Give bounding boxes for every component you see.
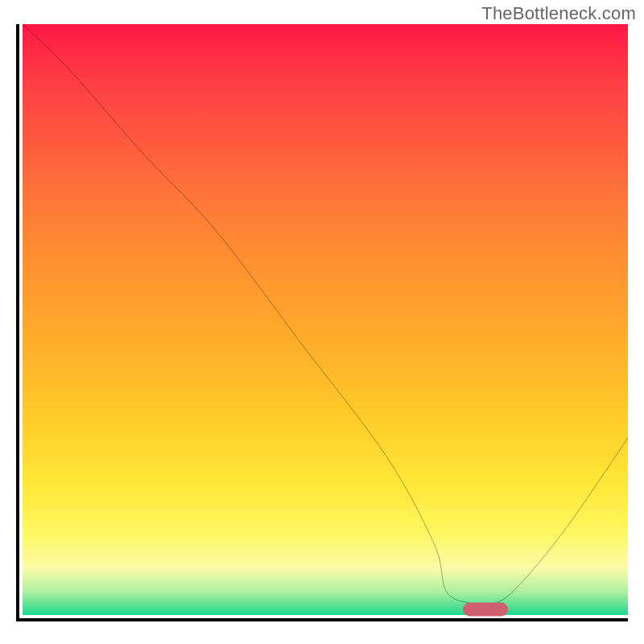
curve-svg xyxy=(23,24,628,615)
data-curve xyxy=(23,24,628,605)
plot-frame xyxy=(16,24,628,621)
target-marker xyxy=(463,602,508,616)
watermark-text: TheBottleneck.com xyxy=(481,3,636,24)
chart-container: TheBottleneck.com xyxy=(0,0,644,644)
